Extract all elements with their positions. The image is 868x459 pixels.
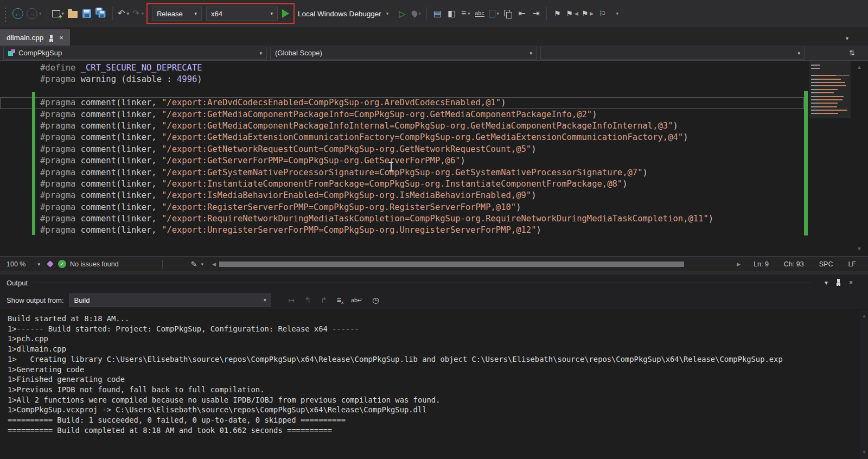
save-all-button[interactable] [94, 5, 109, 22]
right-arrow-icon: ▶ [590, 11, 593, 16]
scrollbar-track[interactable] [218, 261, 735, 267]
scope-combo[interactable]: (Global Scope) ▾ [270, 47, 537, 60]
code-line[interactable]: #pragma comment(linker, "/export:GetNetw… [0, 144, 804, 155]
code-line[interactable]: #pragma comment(linker, "/export:Registe… [0, 202, 804, 213]
scroll-down-icon[interactable]: ▼ [851, 246, 868, 252]
minimap-content [811, 65, 849, 117]
scroll-down-icon[interactable]: ▼ [860, 450, 868, 455]
code-line[interactable]: #pragma warning (disable : 4996) [0, 74, 804, 85]
code-line[interactable]: #pragma comment(linker, "/export:Unregis… [0, 225, 804, 236]
next-message-icon[interactable]: ↱ [321, 296, 327, 304]
pin-icon[interactable] [48, 34, 54, 41]
code-line[interactable]: #pragma comment(linker, "/export:Instant… [0, 178, 804, 190]
peek-window-icon: ◧ [448, 9, 456, 18]
display-options-button[interactable]: ≡ ▾ [458, 5, 473, 22]
window-position-dropdown-icon[interactable]: ▾ [825, 279, 828, 286]
navigate-back-button[interactable]: ← [11, 5, 25, 22]
new-item-button[interactable]: ▾ [50, 5, 66, 22]
minimap-line [811, 99, 849, 100]
show-output-from-label: Show output from: [7, 296, 64, 304]
open-file-button[interactable] [66, 5, 80, 22]
start-debugging-icon[interactable] [282, 9, 289, 18]
code-line[interactable]: #pragma comment(linker, "/export:GetSyst… [0, 167, 804, 178]
undo-button[interactable]: ↶ ▾ [116, 5, 131, 22]
hot-reload-button[interactable]: ▾ [409, 5, 423, 22]
minimap-line [811, 89, 849, 90]
code-line[interactable]: #pragma comment(linker, "/export:GetMedi… [0, 132, 804, 143]
toolbar-overflow-button[interactable]: ▾ [609, 5, 623, 22]
output-toolbar: ↦ ↰ ↱ ≡× ab↵ ◷ [289, 296, 379, 304]
code-lines: #define _CRT_SECURE_NO_DEPRECATE#pragma … [0, 62, 804, 237]
pin-icon[interactable] [835, 278, 841, 287]
indent-button[interactable]: ⇥ [529, 5, 543, 22]
start-debugging-button[interactable]: Local Windows Debugger ▾ [296, 10, 391, 18]
toolbar-separator [546, 7, 547, 20]
minimap[interactable] [809, 61, 851, 256]
scroll-up-icon[interactable]: ▲ [860, 314, 868, 318]
toggle-bookmark-button[interactable]: ⚑ [550, 5, 564, 22]
member-combo[interactable]: ▾ [540, 47, 805, 60]
code-line[interactable]: #pragma comment(linker, "/export:IsMedia… [0, 190, 804, 201]
close-icon[interactable]: × [849, 279, 853, 286]
word-wrap-icon[interactable]: ab↵ [351, 297, 362, 304]
project-type-combo[interactable]: CompPkgSup ▾ [3, 47, 267, 60]
tab-dllmain-cpp[interactable]: dllmain.cpp × [0, 29, 70, 46]
scrollbar-thumb[interactable] [219, 262, 684, 267]
clear-bookmarks-button[interactable]: ⚐ [595, 5, 609, 22]
code-line[interactable]: #pragma comment(linker, "/export:GetMedi… [0, 120, 804, 132]
code-line[interactable] [0, 86, 804, 97]
selection-mode-button[interactable]: ▾ [487, 5, 501, 22]
chevron-down-icon: ▾ [259, 297, 266, 303]
indent-icon: ⇥ [533, 9, 540, 18]
configuration-value: Release [157, 10, 183, 18]
close-icon[interactable]: × [59, 34, 63, 42]
output-log[interactable]: Build started at 8:18 AM...1>------ Buil… [0, 309, 868, 459]
code-editor[interactable]: #define _CRT_SECURE_NO_DEPRECATE#pragma … [0, 61, 868, 256]
spell-check-button[interactable]: abc [473, 5, 487, 22]
minimap-line [811, 72, 849, 73]
scroll-right-icon[interactable]: ▶ [737, 262, 741, 267]
zoom-combo[interactable]: 100 % ▾ [4, 260, 42, 268]
code-line[interactable]: #pragma comment(linker, "/export:GetMedi… [0, 109, 804, 120]
redo-button[interactable]: ↷ ▾ [131, 5, 145, 22]
copy-button[interactable] [501, 5, 515, 22]
find-in-files-button[interactable]: ▤ [430, 5, 444, 22]
intellisense-icon[interactable] [47, 260, 54, 267]
goto-source-icon[interactable]: ↦ [289, 296, 295, 304]
output-scrollbar[interactable]: ▲ ▼ [860, 310, 868, 459]
horizontal-scrollbar[interactable]: ◀ ▶ [212, 261, 741, 267]
start-without-debugging-button[interactable]: ▷ [395, 5, 409, 22]
solution-configuration-combo[interactable]: Release ▾ [152, 7, 202, 21]
solution-platform-combo[interactable]: x64 ▾ [206, 7, 278, 21]
clock-icon[interactable]: ◷ [372, 296, 379, 304]
next-bookmark-button[interactable]: ⚑ ▶ [580, 5, 595, 22]
chevron-down-icon: ▾ [37, 262, 40, 267]
peek-definition-button[interactable]: ◧ [444, 5, 458, 22]
vertical-scrollbar[interactable]: ▲ ▼ [851, 61, 868, 256]
outdent-button[interactable]: ⇤ [515, 5, 529, 22]
change-tracking-bar [32, 92, 35, 235]
output-source-value: Build [74, 296, 90, 304]
new-item-icon [52, 10, 60, 17]
tab-list-dropdown-icon[interactable]: ▾ [846, 35, 848, 41]
code-line[interactable]: #pragma comment(linker, "/export:AreDvdC… [0, 97, 804, 109]
scroll-left-icon[interactable]: ◀ [212, 262, 216, 267]
previous-message-icon[interactable]: ↰ [304, 296, 311, 304]
code-line[interactable]: #pragma comment(linker, "/export:GetServ… [0, 155, 804, 167]
code-line[interactable]: #pragma comment(linker, "/export:Require… [0, 213, 804, 225]
toolbar-drag-handle[interactable] [4, 5, 9, 22]
previous-bookmark-button[interactable]: ⚑ ◀ [564, 5, 579, 22]
document-health-indicator[interactable]: ✓ No issues found [58, 260, 119, 268]
code-line[interactable]: #define _CRT_SECURE_NO_DEPRECATE [0, 62, 804, 74]
save-button[interactable] [80, 5, 94, 22]
minimap-line [811, 68, 849, 69]
hot-reload-icon [410, 9, 419, 18]
split-window-icon[interactable]: ⇅ [849, 49, 855, 57]
output-source-combo[interactable]: Build ▾ [69, 294, 271, 307]
chevron-down-icon: ▾ [529, 50, 532, 56]
code-cleanup-button[interactable]: ✎ ▾ [191, 260, 203, 269]
clear-all-icon[interactable]: ≡× [337, 296, 341, 304]
navigate-forward-button[interactable]: → ▾ [25, 5, 43, 22]
scroll-up-icon[interactable]: ▲ [851, 64, 868, 70]
output-line: ========== Build: 1 succeeded, 0 failed,… [8, 415, 868, 425]
